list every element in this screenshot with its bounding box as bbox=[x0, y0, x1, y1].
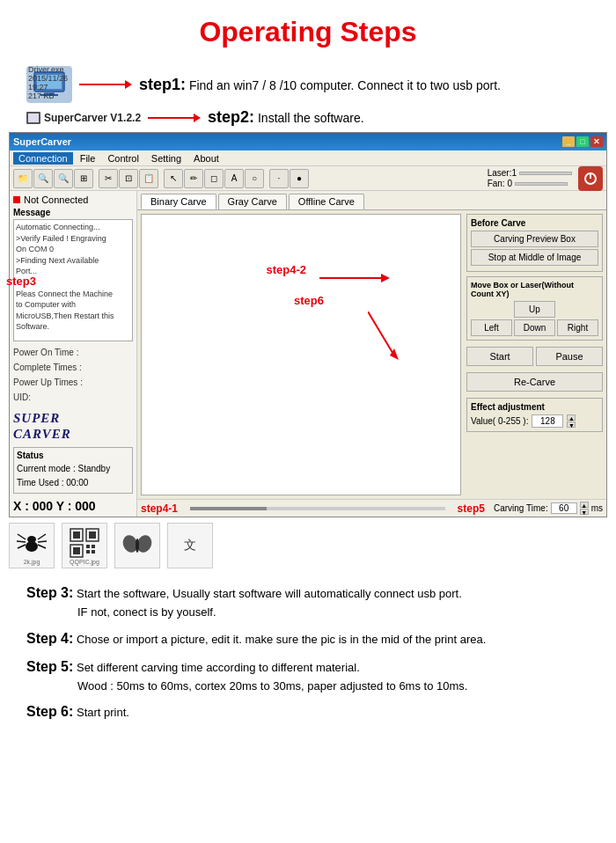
thumb-butterfly bbox=[114, 523, 160, 568]
left-panel: Not Connected Message Automatic Connecti… bbox=[10, 191, 137, 517]
value-up[interactable]: ▲ bbox=[567, 414, 576, 421]
time-down[interactable]: ▼ bbox=[580, 509, 589, 515]
file-label: Driver.exe 2015/11/26 19:27 217 KB bbox=[28, 66, 72, 101]
tab-binary-carve[interactable]: Binary Carve bbox=[141, 194, 216, 209]
recarve-button[interactable]: Re-Carve bbox=[466, 372, 603, 392]
value-row: Value( 0-255 ): ▲ ▼ bbox=[471, 414, 598, 428]
step2-row: SuperCarver V1.2.2 step2: Install the so… bbox=[26, 108, 590, 127]
menu-about[interactable]: About bbox=[188, 152, 224, 165]
instruction-step4: Step 4: Chose or import a picture, edit … bbox=[26, 628, 590, 649]
start-button[interactable]: Start bbox=[466, 347, 533, 366]
minimize-button[interactable]: _ bbox=[562, 136, 575, 147]
tb-open[interactable]: 📁 bbox=[13, 169, 33, 188]
carving-time-input[interactable] bbox=[551, 502, 577, 514]
maximize-button[interactable]: □ bbox=[576, 136, 589, 147]
step1-text: step1: Find an win7 / 8 /10 computer. Co… bbox=[139, 76, 501, 94]
win-body: Not Connected Message Automatic Connecti… bbox=[10, 191, 606, 517]
step1-row: Driver.exe 2015/11/26 19:27 217 KB step1… bbox=[26, 66, 590, 103]
svg-rect-25 bbox=[89, 531, 96, 539]
close-button[interactable]: ✕ bbox=[590, 136, 603, 147]
supercarver-logo: Super Carver bbox=[13, 410, 133, 442]
tb-dot2[interactable]: ● bbox=[290, 169, 309, 188]
menu-connection[interactable]: Connection bbox=[13, 152, 73, 165]
laser-fan-area: Laser:1 Fan: 0 bbox=[488, 168, 572, 188]
up-button[interactable]: Up bbox=[514, 301, 555, 318]
titlebar: SuperCarver _ □ ✕ bbox=[10, 133, 606, 150]
xy-display: X : 000 Y : 000 bbox=[13, 499, 133, 513]
value-down[interactable]: ▼ bbox=[567, 422, 576, 428]
menu-file[interactable]: File bbox=[75, 152, 101, 165]
page-title: Operating Steps bbox=[0, 0, 616, 59]
value-input[interactable] bbox=[532, 414, 563, 428]
tb-pencil[interactable]: ✏ bbox=[184, 169, 203, 188]
carving-time-area: Carving Time: ▲ ▼ ms bbox=[494, 502, 603, 515]
svg-line-16 bbox=[18, 534, 26, 539]
stop-middle-button[interactable]: Stop at Middle of Image bbox=[471, 249, 598, 266]
svg-rect-27 bbox=[73, 547, 80, 554]
tb-circle[interactable]: ○ bbox=[245, 169, 264, 188]
svg-rect-31 bbox=[92, 550, 95, 553]
time-up[interactable]: ▲ bbox=[580, 502, 589, 508]
info-rows: Power On Time : Complete Times : Power U… bbox=[13, 345, 133, 405]
step3-annotation: step3 bbox=[6, 275, 36, 288]
tb-paste[interactable]: 📋 bbox=[139, 169, 158, 188]
thumb-qr: QQPIC.jpg bbox=[62, 523, 107, 568]
svg-point-34 bbox=[136, 539, 139, 553]
svg-line-21 bbox=[38, 545, 46, 548]
tb-eraser[interactable]: ◻ bbox=[204, 169, 224, 188]
status-dot-red bbox=[13, 196, 20, 203]
svg-marker-5 bbox=[125, 80, 132, 89]
tab-gray-carve[interactable]: Gray Carve bbox=[218, 194, 287, 209]
step6-annotation: step6 bbox=[294, 294, 324, 307]
tb-zoom-in[interactable]: 🔍 bbox=[33, 169, 53, 188]
svg-marker-11 bbox=[381, 274, 390, 282]
move-buttons: Up Left Down Right bbox=[471, 301, 598, 336]
tb-copy[interactable]: ⊡ bbox=[119, 169, 138, 188]
tb-dot1[interactable]: · bbox=[269, 169, 289, 188]
menu-control[interactable]: Control bbox=[102, 152, 143, 165]
left-button[interactable]: Left bbox=[471, 319, 512, 336]
thumb-qr-label: QQPIC.jpg bbox=[70, 559, 99, 565]
tb-select[interactable]: ↖ bbox=[164, 169, 183, 188]
svg-line-20 bbox=[38, 541, 47, 542]
pause-button[interactable]: Pause bbox=[536, 347, 603, 366]
thumbnail-strip: 2k.jpg QQPIC.jpg 文 bbox=[9, 523, 607, 568]
svg-rect-29 bbox=[92, 545, 95, 548]
tb-zoom-fit[interactable]: ⊞ bbox=[74, 169, 93, 188]
move-box-group: Move Box or Laser(Without Count XY) Up L… bbox=[466, 276, 603, 341]
svg-line-12 bbox=[368, 312, 394, 356]
svg-marker-7 bbox=[194, 114, 201, 122]
menubar: Connection File Control Setting About bbox=[10, 150, 606, 166]
step2-arrow bbox=[148, 110, 201, 126]
right-button[interactable]: Right bbox=[557, 319, 598, 336]
message-title: Message bbox=[13, 208, 133, 217]
titlebar-buttons: _ □ ✕ bbox=[562, 136, 603, 147]
instructions: Step 3: Start the software, Usually star… bbox=[0, 574, 616, 738]
step4-2-arrow bbox=[319, 269, 390, 287]
canvas-area[interactable]: step4-2 step6 bbox=[141, 214, 461, 495]
svg-line-17 bbox=[17, 541, 26, 542]
svg-rect-28 bbox=[86, 545, 90, 548]
instruction-step6: Step 6: Start print. bbox=[26, 701, 590, 722]
value-spinner: ▲ ▼ bbox=[567, 414, 576, 428]
before-carve-group: Before Carve Carving Preview Box Stop at… bbox=[466, 214, 603, 272]
tb-zoom-out[interactable]: 🔍 bbox=[54, 169, 73, 188]
power-up-times: Power Up Times : bbox=[13, 375, 133, 390]
preview-box-button[interactable]: Carving Preview Box bbox=[471, 231, 598, 247]
laser-row: Laser:1 bbox=[488, 168, 572, 178]
step1-icon: Driver.exe 2015/11/26 19:27 217 KB bbox=[26, 66, 72, 103]
uid: UID: bbox=[13, 390, 133, 405]
tb-cut[interactable]: ✂ bbox=[99, 169, 118, 188]
statusbar: step4-1 step5 Carving Time: ▲ ▼ ms bbox=[137, 499, 606, 517]
instruction-step5: Step 5: Set different carving time accor… bbox=[26, 656, 590, 695]
step4-1-annotation: step4-1 bbox=[141, 502, 178, 515]
menu-setting[interactable]: Setting bbox=[146, 152, 187, 165]
tab-offline-carve[interactable]: Offline Carve bbox=[289, 194, 364, 209]
main-area: step4-2 step6 bbox=[137, 210, 606, 499]
step4-2-annotation: step4-2 bbox=[266, 263, 306, 276]
power-button[interactable] bbox=[578, 166, 603, 191]
tb-text[interactable]: A bbox=[224, 169, 244, 188]
thumb-spider-label: 2k.jpg bbox=[24, 559, 40, 565]
time-spinner: ▲ ▼ bbox=[580, 502, 589, 515]
down-button[interactable]: Down bbox=[514, 319, 555, 336]
